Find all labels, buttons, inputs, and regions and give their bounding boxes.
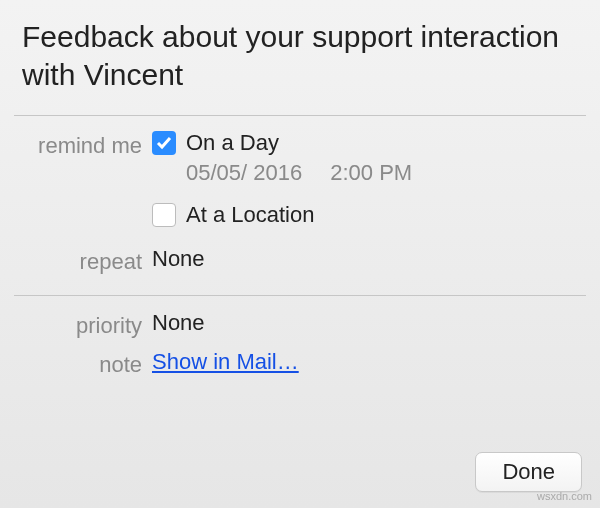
checkmark-icon — [156, 135, 172, 151]
at-a-location-checkbox[interactable] — [152, 203, 176, 227]
repeat-label: repeat — [22, 246, 152, 275]
done-button[interactable]: Done — [475, 452, 582, 492]
priority-label: priority — [22, 310, 152, 339]
priority-value[interactable]: None — [152, 310, 578, 336]
on-a-day-label: On a Day — [186, 130, 279, 156]
at-a-location-label: At a Location — [186, 202, 314, 228]
repeat-value[interactable]: None — [152, 246, 578, 272]
note-label: note — [22, 349, 152, 378]
on-a-day-checkbox[interactable] — [152, 131, 176, 155]
remind-date[interactable]: 05/05/ 2016 — [186, 160, 302, 186]
reminder-title[interactable]: Feedback about your support interaction … — [22, 18, 578, 93]
show-in-mail-link[interactable]: Show in Mail… — [152, 349, 299, 374]
remind-me-label: remind me — [22, 130, 152, 159]
remind-time[interactable]: 2:00 PM — [330, 160, 412, 186]
